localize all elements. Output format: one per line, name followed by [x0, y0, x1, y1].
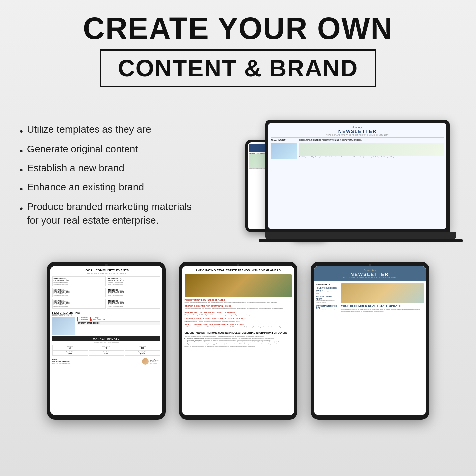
list-item: • Establish a new brand	[20, 161, 204, 178]
t1-event-5: MONTH 26 1-3 pm EVENT NAME HERE Location…	[52, 299, 106, 309]
bullet-dot: •	[20, 200, 23, 217]
t3-main-title: YOUR DECEMBER REAL ESTATE UPDATE	[341, 304, 424, 308]
nl-article-image	[299, 143, 444, 156]
t1-featured: FEATURED LISTING COLONIAL DRIVE, TOWN, T…	[52, 311, 160, 335]
t1-agent-info: Maria Perez Real Estate Agent 📞 970-755-…	[150, 359, 160, 364]
t1-title: LOCAL COMMUNITY EVENTS	[52, 269, 160, 272]
list-item: • Produce branded marketing materials fo…	[20, 200, 204, 227]
subtitle-text: CONTENT & BRAND	[118, 55, 358, 81]
main-title: CREATE YOUR OWN	[83, 13, 393, 43]
bullet-list: • Utilize templates as they are • Genera…	[20, 123, 204, 229]
nl-article-text: Maintaining a beautiful garden requires …	[299, 156, 444, 158]
t3-month: December	[317, 269, 423, 272]
bullet-text-5: Produce branded marketing materials for …	[27, 200, 204, 227]
t3-section-holiday: HOLIDAY HOME DECOR TRENDS Explore the la…	[316, 287, 339, 294]
t1-event-3: MONTH 15 1-3 pm EVENT NAME HERE Location…	[52, 288, 106, 297]
list-item: • Utilize templates as they are	[20, 123, 204, 140]
laptop-screen-inner: January NEWSLETTER REAL ESTATE UPDATES F…	[268, 123, 446, 229]
t1-offer-bar: CURRENT OFFER $900,000	[77, 321, 160, 325]
bullet-text-3: Establish a new brand	[27, 161, 124, 175]
bullet-text-4: Enhance an existing brand	[27, 180, 144, 194]
bullet-dot: •	[20, 123, 23, 140]
t3-section-recap: YEAR-END MARKET RECAP Get a recap of the…	[316, 296, 339, 303]
tablet-2: ANTICIPATING REAL ESTATE TRENDS IN THE Y…	[179, 262, 297, 420]
t1-featured-image	[52, 317, 75, 335]
t3-left-column: News INSIDE HOLIDAY HOME DECOR TRENDS Ex…	[316, 283, 339, 312]
t3-main-text: As the year draws to a close and the hol…	[341, 309, 424, 312]
nl-news-inside: News INSIDE	[271, 139, 297, 141]
t1-event-4: MONTH 20 1-3 pm EVENT NAME HERE Location…	[107, 288, 160, 297]
t3-tagline: REAL ESTATE UPDATES FROM AROUND YOUR COM…	[317, 277, 423, 279]
t1-featured-info: 4 Bedrooms 1 Garage 3 Bathrooms 4294 Squ…	[77, 317, 160, 335]
t3-header: December NEWSLETTER REAL ESTATE UPDATES …	[314, 266, 426, 281]
tablet-2-camera	[237, 264, 239, 266]
t1-market-stats: New Ratings 180 Under Contract 40 Sold H…	[52, 345, 160, 356]
t3-news-inside: News INSIDE	[316, 283, 339, 286]
t2-section-4: EMPHASIS ON SUSTAINABILITY AND ENERGY EF…	[185, 318, 292, 322]
t1-stat-2: Under Contract 40	[89, 345, 124, 350]
t1-events-grid: MONTH 05 1-3 pm EVENT NAME HERE Location…	[52, 276, 160, 309]
header-section: CREATE YOUR OWN CONTENT & BRAND	[83, 13, 393, 87]
t2-section-3: RISE OF VIRTUAL TOURS AND REMOTE BUYING …	[185, 311, 292, 316]
t1-stat-3: Sold Homes 180	[125, 345, 160, 350]
subtitle-box: CONTENT & BRAND	[100, 49, 376, 87]
t1-stat-5: Sales Ratio 97%	[89, 350, 124, 356]
laptop-mockup: January NEWSLETTER REAL ESTATE UPDATES F…	[265, 120, 456, 245]
t1-stat-1: New Ratings 180	[52, 345, 88, 350]
t3-right-column: YOUR DECEMBER REAL ESTATE UPDATE As the …	[341, 283, 424, 312]
t1-agent-avatar	[142, 358, 149, 365]
bullet-dot: •	[20, 181, 23, 197]
tablet-1-camera	[105, 264, 108, 266]
t3-body: News INSIDE HOLIDAY HOME DECOR TRENDS Ex…	[314, 281, 426, 314]
t1-market-subtitle: SERVING THE LOCAL NEIGHBORHOOD	[52, 342, 160, 344]
t1-stat-6: Avg. Listing Price $240k	[125, 350, 160, 356]
t1-featured-row: 4 Bedrooms 1 Garage 3 Bathrooms 4294 Squ…	[52, 317, 160, 335]
laptop-base	[265, 232, 456, 239]
t3-main-image	[341, 283, 424, 303]
tablet-3-camera	[369, 264, 371, 266]
t1-subtitle: JOIN IN ON THE SEASONAL FUN WITH A DAY O…	[52, 272, 160, 274]
nl-sidebar-image	[271, 143, 297, 159]
t2-title: ANTICIPATING REAL ESTATE TRENDS IN THE Y…	[185, 269, 292, 272]
list-item: • Enhance an existing brand	[20, 180, 204, 197]
nl-article-title: ESSENTIAL POINTERS FOR MAINTAINING A BEA…	[299, 139, 444, 142]
nl-title: NEWSLETTER	[271, 129, 444, 134]
page-wrapper: CREATE YOUR OWN CONTENT & BRAND • Utiliz…	[0, 0, 476, 476]
t1-event-2: MONTH 09 1-3 pm EVENT NAME HERE Location…	[107, 276, 160, 286]
tablet-3: December NEWSLETTER REAL ESTATE UPDATES …	[311, 262, 429, 420]
t1-stat-4: Avg. Sale Price $250k	[52, 350, 88, 356]
tablet-1-screen: LOCAL COMMUNITY EVENTS JOIN IN ON THE SE…	[50, 266, 162, 415]
bullet-text-2: Generate original content	[27, 142, 138, 156]
middle-section: • Utilize templates as they are • Genera…	[20, 107, 456, 245]
bottom-tablets-section: LOCAL COMMUNITY EVENTS JOIN IN ON THE SE…	[20, 262, 456, 420]
t3-section-maintenance: WINTER MAINTENANCE TIPS Learn essential …	[316, 305, 339, 311]
t1-market-header: MARKET UPDATE	[52, 336, 160, 341]
laptop-screen-outer: January NEWSLETTER REAL ESTATE UPDATES F…	[265, 120, 450, 232]
list-item: • Generate original content	[20, 142, 204, 159]
t2-main-image	[185, 274, 292, 297]
t2-section-2: GROWING DEMAND FOR SUBURBAN HOMES As rem…	[185, 305, 292, 310]
nl-tagline: REAL ESTATE UPDATES FROM AROUND YOUR COM…	[271, 134, 444, 136]
t1-event-1: MONTH 05 1-3 pm EVENT NAME HERE Location…	[52, 276, 106, 286]
nl-month: January	[271, 126, 444, 129]
tablet-2-screen: ANTICIPATING REAL ESTATE TRENDS IN THE Y…	[182, 266, 294, 415]
tablet-1: LOCAL COMMUNITY EVENTS JOIN IN ON THE SE…	[47, 262, 166, 420]
bullet-text-1: Utilize templates as they are	[27, 123, 151, 136]
t1-event-6: MONTH 30 1-3 pm EVENT NAME HERE Location…	[107, 299, 160, 309]
device-mockup-right: NEW YEAR'S GETTING YOUR HOME READY FOR S…	[226, 107, 456, 245]
bullet-dot: •	[20, 143, 23, 159]
t1-agent-footer: FIND YOUR DREAM HOME WITH THE HELP OF A …	[52, 357, 160, 365]
t2-section-5: SHIFT TOWARDS SMALLER, MORE AFFORDABLE H…	[185, 323, 292, 328]
t2-closing-section: UNDERSTANDING THE HOME CLOSING PROCESS: …	[185, 330, 292, 347]
t2-section-1: PERSISTENTLY LOW INTEREST RATES Industry…	[185, 299, 292, 304]
t3-newsletter-title: NEWSLETTER	[317, 272, 423, 277]
tablet-3-screen: December NEWSLETTER REAL ESTATE UPDATES …	[314, 266, 426, 415]
bullet-dot: •	[20, 162, 23, 178]
laptop-base-foot	[259, 239, 463, 242]
t1-featured-title: FEATURED LISTING	[52, 311, 160, 314]
